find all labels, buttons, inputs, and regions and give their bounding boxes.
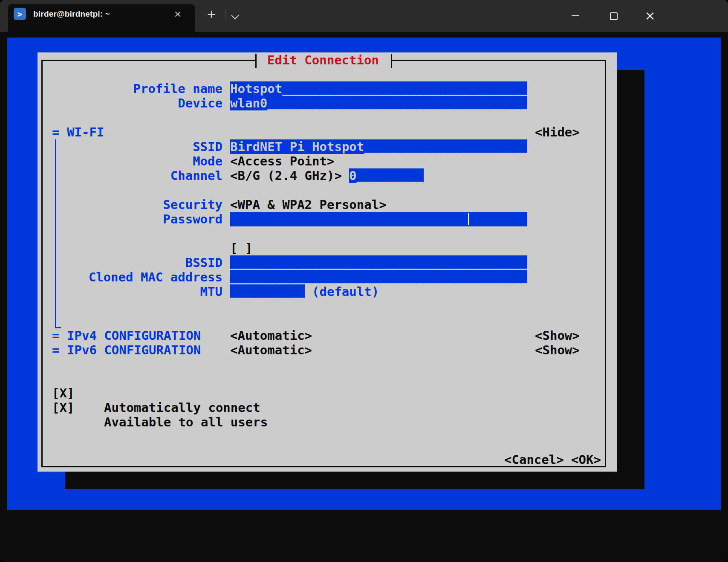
auto-connect-checkbox[interactable]: [X] Automatically connect [52,371,97,386]
profile-name-label: Profile name [46,81,222,96]
wifi-hide-button[interactable]: <Hide> [535,125,580,139]
mode-label: Mode [46,154,222,168]
all-users-label: Available to all users [104,415,268,429]
ok-button[interactable]: <OK> [571,452,601,467]
show-password-checkbox[interactable]: [ ] Show password [230,226,275,241]
mtu-default-hint: (default) [312,284,379,299]
cloned-mac-label: Cloned MAC address [46,270,222,284]
ssid-label: SSID [46,139,222,154]
border-left [41,60,43,467]
auto-connect-label: Automatically connect [104,400,260,415]
tabbar-divider [225,9,226,20]
border-title-tick-right [391,54,392,68]
bssid-label: BSSID [46,255,222,270]
maximize-button[interactable] [610,12,618,20]
mtu-label: MTU [46,284,222,299]
password-label: Password [46,212,222,226]
ipv6-section-label: IPv6 CONFIGURATION [67,343,201,357]
channel-band-select[interactable]: <B/G (2.4 GHz)> [230,168,342,183]
channel-label: Channel [46,168,222,183]
dialog-title: Edit Connection [267,53,387,67]
edit-connection-dialog: Edit Connection Profile name Hotspot____… [38,52,617,472]
border-title-tick-left [255,54,257,68]
ipv6-show-button[interactable]: <Show> [535,343,580,357]
tab-title: birder@birdnetpi: ~ [33,9,110,19]
close-button[interactable]: × [643,9,657,23]
chevron-down-icon[interactable] [231,12,239,19]
security-select[interactable]: <WPA & WPA2 Personal> [230,197,387,212]
tab-close-icon[interactable]: × [171,8,184,20]
cancel-button[interactable]: <Cancel> [504,452,564,467]
ipv4-show-button[interactable]: <Show> [535,328,580,343]
terminal-window: > birder@birdnetpi: ~ × + × Edit Connect… [0,0,728,562]
title-bar: > birder@birdnetpi: ~ × + × [0,0,728,32]
device-label: Device [46,96,222,110]
border-right [605,60,606,467]
text-cursor [468,213,469,225]
ipv4-section-label: IPv4 CONFIGURATION [67,328,201,343]
all-users-checkbox[interactable]: [X] Available to all users [52,386,97,400]
password-field[interactable]: ******************************** _______… [230,212,527,226]
ipv4-mode-select[interactable]: <Automatic> [230,328,312,343]
ipv6-mode-select[interactable]: <Automatic> [230,343,312,357]
channel-field[interactable]: 0_________ [349,168,424,183]
ssid-field[interactable]: BirdNET Pi Hotspot______________________ [230,139,527,154]
new-tab-button[interactable]: + [205,8,218,21]
ipv6-section-marker: = [52,343,59,357]
border-top-right [391,60,606,61]
bssid-field[interactable]: ________________________________________ [230,255,527,270]
mtu-field[interactable]: __________ [230,284,305,299]
border-top-left [41,60,256,61]
ipv4-section-marker: = [52,328,59,343]
minimize-button[interactable] [572,15,579,16]
device-field[interactable]: wlan0___________________________________ [230,96,527,110]
mode-select[interactable]: <Access Point> [230,154,334,168]
wifi-section-marker: = [52,125,59,139]
powershell-icon: > [14,8,26,20]
security-label: Security [46,197,222,212]
profile-name-field[interactable]: Hotspot_________________________________ [230,81,527,96]
checkbox-glyph: [ ] [230,241,252,255]
checkbox-glyph: [X] [52,400,74,415]
cloned-mac-field[interactable]: ________________________________________ [230,270,527,284]
wifi-section-label: WI-FI [67,125,104,139]
